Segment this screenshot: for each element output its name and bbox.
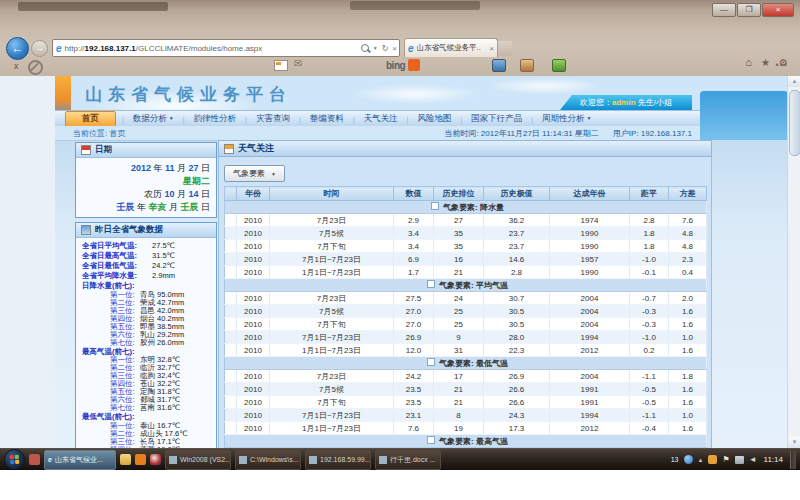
home-icon[interactable]: ⌂: [745, 56, 752, 68]
table-row[interactable]: 20107月23日2.92736.219742.87.6: [225, 214, 707, 227]
nav-item-8[interactable]: 国家下行产品: [462, 113, 531, 125]
weather-row: 全省平均降水量:2.9mm: [76, 271, 214, 281]
table-row[interactable]: 20107月下旬23.52126.61991-0.51.6: [225, 396, 707, 409]
column-header[interactable]: 距平: [630, 187, 669, 201]
camera-icon[interactable]: [492, 59, 506, 72]
table-row[interactable]: 20107月下旬3.43523.719901.84.8: [225, 240, 707, 253]
people-icon[interactable]: [520, 59, 534, 72]
toolbar-close-icon[interactable]: x: [14, 61, 19, 71]
table-group-row[interactable]: 气象要素: 平均气温: [225, 279, 707, 292]
refresh-icon[interactable]: ↻: [382, 44, 389, 53]
mail-icon[interactable]: ✉: [294, 58, 302, 69]
expand-box-icon[interactable]: [427, 358, 435, 366]
column-header[interactable]: 历史极值: [484, 187, 550, 201]
column-header[interactable]: 时间: [270, 187, 394, 201]
expand-box-icon[interactable]: [427, 280, 435, 288]
blocked-icon[interactable]: [28, 60, 43, 75]
table-group-row[interactable]: 气象要素: 最低气温: [225, 357, 707, 370]
volume-icon[interactable]: ◄: [749, 455, 757, 464]
explorer-folder-icon[interactable]: [120, 454, 131, 465]
calendar-text: 月: [174, 189, 188, 199]
table-row[interactable]: 20107月5候23.52126.61991-0.51.6: [225, 383, 707, 396]
close-button[interactable]: ×: [762, 3, 794, 17]
nav-item-5[interactable]: 整编资料: [301, 113, 353, 125]
weather-row: 全省日平均气温:27.5℃: [76, 241, 214, 251]
minimize-button[interactable]: —: [712, 3, 736, 17]
background-window: [350, 1, 480, 10]
nav-item-1[interactable]: 首页: [65, 111, 116, 127]
bing-toolbar[interactable]: bing: [386, 59, 420, 71]
back-button[interactable]: ←: [6, 37, 29, 60]
column-header[interactable]: 数值: [394, 187, 434, 201]
scroll-down-icon[interactable]: ▼: [788, 437, 800, 448]
forward-button[interactable]: →: [31, 40, 48, 57]
overflow-dots-icon[interactable]: •••: [776, 60, 788, 70]
nav-item-9[interactable]: 周期性分析▼: [533, 113, 600, 125]
start-button[interactable]: [4, 449, 25, 470]
welcome-username: admin: [612, 98, 636, 107]
table-row[interactable]: 20107月23日27.52430.72004-0.72.0: [225, 292, 707, 305]
card-icon[interactable]: [274, 60, 288, 71]
network-icon[interactable]: [735, 456, 744, 464]
column-header[interactable]: 达成年份: [550, 187, 630, 201]
taskbar-window-button-1[interactable]: Win2008 (VS2...: [165, 450, 231, 470]
table-row[interactable]: 20107月1日~7月23日23.1824.31994-1.11.0: [225, 409, 707, 422]
favorites-star-icon[interactable]: ★: [761, 57, 770, 68]
row-select-cell: [225, 305, 237, 318]
calendar-line: 农历 10 月 14 日: [76, 188, 210, 201]
expand-box-icon[interactable]: [431, 202, 439, 210]
address-bar[interactable]: e http://192.168.137.1/GLCCLIMATE/module…: [52, 39, 400, 57]
table-row[interactable]: 20107月5候3.43523.719901.84.8: [225, 227, 707, 240]
nav-item-7[interactable]: 风险地图: [408, 113, 460, 125]
taskbar-ie-button[interactable]: e 山东省气候业...: [44, 450, 116, 470]
pinned-app-icon-orange[interactable]: [135, 454, 146, 465]
table-row[interactable]: 20107月23日24.21726.92004-1.11.8: [225, 370, 707, 383]
taskbar-window-button-4[interactable]: 行千里.docx ...: [375, 450, 441, 470]
column-header[interactable]: 方差: [669, 187, 707, 201]
taskbar-window-button-3[interactable]: 192.168.59.99...: [305, 450, 371, 470]
stop-icon[interactable]: ×: [392, 44, 397, 53]
tab-close-icon[interactable]: ×: [489, 44, 494, 53]
table-row[interactable]: 20107月1日~7月23日6.91614.61957-1.02.3: [225, 253, 707, 266]
table-row[interactable]: 20101月1日~7月23日7.61917.32012-0.41.6: [225, 422, 707, 435]
show-desktop-button[interactable]: [790, 451, 796, 469]
new-tab-button[interactable]: [498, 41, 512, 56]
chevron-down-icon[interactable]: ▼: [373, 45, 378, 51]
scrollbar-thumb[interactable]: [789, 90, 800, 156]
show-hidden-icons-arrow[interactable]: ▲: [698, 457, 704, 463]
nav-item-3[interactable]: 韵律性分析: [185, 113, 246, 125]
table-group-row[interactable]: 气象要素: 最高气温: [225, 435, 707, 448]
table-cell: 35: [434, 227, 484, 240]
column-header[interactable]: 历史排位: [434, 187, 484, 201]
pinned-app-icon[interactable]: [29, 454, 40, 465]
table-row[interactable]: 20101月1日~7月23日1.7212.81990-0.10.4: [225, 266, 707, 279]
puzzle-addon-icon[interactable]: [552, 59, 566, 72]
table-row[interactable]: 20107月1日~7月23日26.9928.01994-1.01.0: [225, 331, 707, 344]
pinned-app-icon-round[interactable]: [150, 454, 161, 465]
taskbar-window-button-2[interactable]: C:\Windows\s...: [235, 450, 301, 470]
table-cell: 2.9: [394, 214, 434, 227]
element-dropdown-button[interactable]: 气象要素 ▼: [224, 165, 285, 182]
tray-app-icon-orange[interactable]: [708, 455, 717, 464]
browser-tab[interactable]: e 山东省气候业务平... ×: [404, 38, 498, 57]
scroll-up-icon[interactable]: ▲: [788, 76, 800, 87]
bing-button-icon[interactable]: [408, 59, 420, 71]
system-tray: 13 ▲ ⚑ ◄ 11:14: [671, 451, 796, 469]
table-row[interactable]: 20107月下旬27.02530.52004-0.31.6: [225, 318, 707, 331]
action-center-flag-icon[interactable]: ⚑: [722, 455, 729, 464]
table-row[interactable]: 20101月1日~7月23日12.03122.320120.21.6: [225, 344, 707, 357]
weather-focus-panel: 天气关注 气象要素 ▼ 年份时间数值历史排位历史极值达成年份距平方差 气象要素:…: [218, 140, 712, 470]
vertical-scrollbar[interactable]: ▲ ▼: [787, 76, 800, 448]
nav-item-6[interactable]: 天气关注: [355, 113, 407, 125]
chevron-down-icon: ▼: [587, 115, 592, 121]
taskbar-clock[interactable]: 11:14: [764, 455, 783, 464]
expand-box-icon[interactable]: [427, 436, 435, 444]
table-group-row[interactable]: 气象要素: 降水量: [225, 201, 707, 214]
nav-item-2[interactable]: 数据分析▼: [124, 113, 183, 125]
table-row[interactable]: 20107月5候27.02530.52004-0.31.6: [225, 305, 707, 318]
column-header[interactable]: 年份: [237, 187, 270, 201]
maximize-button[interactable]: ❐: [737, 3, 761, 17]
nav-item-4[interactable]: 灾害查询: [247, 113, 299, 125]
search-icon[interactable]: [361, 44, 369, 52]
tray-app-icon-blue[interactable]: [684, 455, 693, 464]
